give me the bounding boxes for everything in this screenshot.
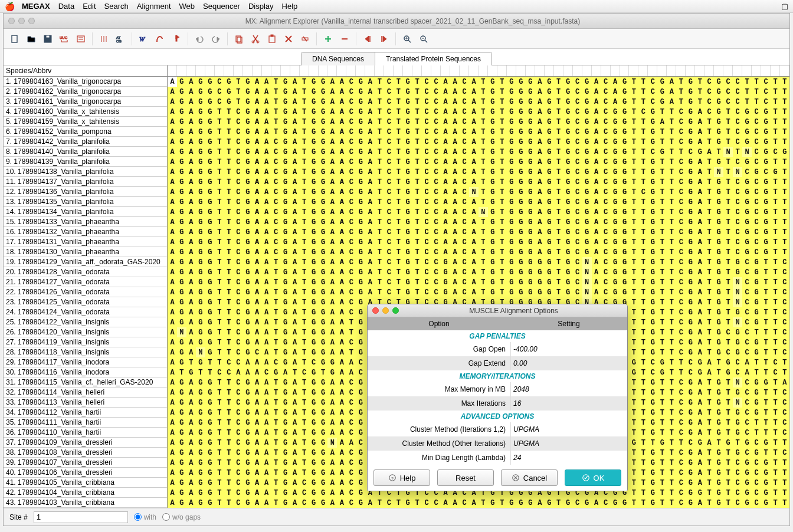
remove-sequence-button[interactable] — [337, 31, 352, 47]
dialog-close-icon[interactable] — [372, 307, 379, 314]
species-row[interactable]: 32. 1789804114_Vanilla_helleri — [4, 387, 167, 398]
translate-uuc-button[interactable]: UUC — [57, 31, 72, 47]
open-folder-button[interactable] — [24, 31, 39, 47]
lambda-value[interactable]: 24 — [510, 451, 627, 465]
menu-search[interactable]: Search — [104, 2, 129, 11]
reset-button[interactable]: Reset — [437, 469, 494, 486]
site-number-input[interactable] — [34, 511, 128, 523]
species-row[interactable]: 10. 1789804138_Vanilla_planifolia — [4, 167, 167, 177]
undo-button[interactable] — [192, 31, 207, 47]
zoom-out-button[interactable] — [416, 31, 431, 47]
sequence-row[interactable]: AGAGGTTCGAACGATGGAACGATCTGTCCAACATGTGGGA… — [168, 197, 789, 207]
species-header[interactable]: Species/Abbrv — [4, 65, 167, 77]
species-row[interactable]: 37. 1789804109_Vanilla_dressleri — [4, 438, 167, 448]
species-row[interactable]: 3. 1789804161_Vanilla_trigonocarpa — [4, 97, 167, 107]
tab-dna-sequences[interactable]: DNA Sequences — [302, 52, 375, 65]
sequence-row[interactable]: AGAGGTTCGAACGATGGAACGATCTGTCCAACATGTGGGA… — [168, 247, 789, 257]
sequence-row[interactable]: AGAGGTTCGAATGATGGAACGATCTGTCCAACATGTGGGA… — [168, 117, 789, 127]
gap-extend-value[interactable]: 0.00 — [510, 356, 627, 370]
close-icon[interactable] — [8, 18, 15, 24]
species-row[interactable]: 1. 1789804163_Vanilla_trigonocarpa — [4, 77, 167, 87]
species-row[interactable]: 14. 1789804134_Vanilla_planifolia — [4, 207, 167, 217]
sequence-row[interactable]: AGAGGTTCGAACGATGGAACGATCTGTCCAACATGTGGGA… — [168, 227, 789, 237]
species-row[interactable]: 33. 1789804113_Vanilla_helleri — [4, 398, 167, 408]
species-row[interactable]: 39. 1789804107_Vanilla_dressleri — [4, 458, 167, 468]
maximize-icon[interactable] — [28, 18, 35, 24]
mark-site-button[interactable] — [169, 31, 184, 47]
cluster2-value[interactable]: UPGMA — [510, 436, 627, 451]
align-marked-button[interactable] — [96, 31, 112, 47]
sequence-row[interactable]: AGAGGTTCGAACGATGGAACGATCTGTCCAACNTGTGGGA… — [168, 187, 789, 197]
species-row[interactable]: 19. 1789804129_Vanilla_aff._odorata_GAS-… — [4, 257, 167, 267]
species-row[interactable]: 42. 1789804104_Vanilla_cribbiana — [4, 488, 167, 498]
save-button[interactable] — [40, 31, 55, 47]
species-row[interactable]: 29. 1789804117_Vanilla_inodora — [4, 357, 167, 367]
add-sequence-button[interactable] — [320, 31, 336, 47]
species-row[interactable]: 12. 1789804136_Vanilla_planifolia — [4, 187, 167, 197]
species-row[interactable]: 18. 1789804130_Vanilla_phaeantha — [4, 247, 167, 257]
menu-edit[interactable]: Edit — [83, 2, 96, 11]
species-row[interactable]: 21. 1789804127_Vanilla_odorata — [4, 277, 167, 287]
species-row[interactable]: 30. 1789804116_Vanilla_inodora — [4, 367, 167, 377]
help-button[interactable]: ?Help — [373, 469, 430, 486]
species-row[interactable]: 26. 1789804120_Vanilla_insignis — [4, 327, 167, 337]
species-row[interactable]: 40. 1789804106_Vanilla_dressleri — [4, 468, 167, 478]
sequence-row[interactable]: AGAGGCGTGAATGATGGAACGATCTGTCCAACATGTGGGA… — [168, 97, 789, 107]
sequence-row[interactable]: AGAGGTTCGAACGATGGAACGATCTGTCCAACATGTGGGA… — [168, 157, 789, 167]
species-row[interactable]: 31. 1789804115_Vanilla_cf._helleri_GAS-2… — [4, 377, 167, 387]
sequence-row[interactable]: AGAGGTTCGAACGATGGAACGATCTGTCCAACATGTGGGA… — [168, 237, 789, 247]
codon-button[interactable]: ATCG — [113, 31, 128, 47]
species-row[interactable]: 13. 1789804135_Vanilla_planifolia — [4, 197, 167, 207]
redo-button[interactable] — [208, 31, 224, 47]
species-row[interactable]: 24. 1789804124_Vanilla_odorata — [4, 307, 167, 317]
sequence-row[interactable]: AGAGGTTCGAATGACGGAACGATCTGTCCAACATGTGGGA… — [168, 498, 789, 508]
find-prev-button[interactable] — [360, 31, 375, 47]
tab-translated-protein[interactable]: Translated Protein Sequences — [375, 52, 491, 65]
species-row[interactable]: 34. 1789804112_Vanilla_hartii — [4, 408, 167, 418]
cluster1-value[interactable]: UPGMA — [510, 422, 627, 436]
menu-alignment[interactable]: Alignment — [137, 2, 171, 11]
ok-button[interactable]: OK — [565, 469, 621, 486]
species-row[interactable]: 15. 1789804133_Vanilla_phaeantha — [4, 217, 167, 227]
cancel-button[interactable]: Cancel — [501, 469, 558, 486]
species-row[interactable]: 2. 1789804162_Vanilla_trigonocarpa — [4, 87, 167, 97]
species-row[interactable]: 4. 1789804160_Vanilla_x_tahitensis — [4, 107, 167, 117]
species-row[interactable]: 22. 1789804126_Vanilla_odorata — [4, 287, 167, 297]
dialog-minimize-icon[interactable] — [382, 307, 389, 314]
maxmem-value[interactable]: 2048 — [510, 382, 627, 396]
copy-button[interactable] — [231, 31, 247, 47]
sequence-row[interactable]: AGAGGCGTGAATGATGGAACGATCTGTCCAACATGTGGGA… — [168, 87, 789, 97]
delete-button[interactable] — [281, 31, 296, 47]
sequence-row[interactable]: AGAGGTTCGAACGATGGAACGATCTGTCCAACANGTGGGA… — [168, 207, 789, 217]
clustal-align-button[interactable] — [152, 31, 168, 47]
sequence-row[interactable]: AGAGGTTCGAATGATGGAACGATCTGTCCGACATGTGGGG… — [168, 287, 789, 297]
species-row[interactable]: 36. 1789804110_Vanilla_hartii — [4, 428, 167, 438]
species-row[interactable]: 9. 1789804139_Vanilla_planifolia — [4, 157, 167, 167]
gap-open-value[interactable]: -400.00 — [510, 342, 627, 356]
paste-button[interactable] — [264, 31, 280, 47]
new-file-button[interactable] — [7, 31, 22, 47]
species-row[interactable]: 17. 1789804131_Vanilla_phaeantha — [4, 237, 167, 247]
species-row[interactable]: 6. 1789804152_Vanilla_pompona — [4, 127, 167, 137]
species-row[interactable]: 20. 1789804128_Vanilla_odorata — [4, 267, 167, 277]
species-row[interactable]: 23. 1789804125_Vanilla_odorata — [4, 297, 167, 307]
delete-gaps-button[interactable] — [297, 31, 313, 47]
sequence-row[interactable]: AGAGGTTCGAATGATGGAACGATCTGTCCAACATGTGGGA… — [168, 107, 789, 117]
species-row[interactable]: 5. 1789804159_Vanilla_x_tahitensis — [4, 117, 167, 127]
sequence-row[interactable]: AGAGGTTCGAATGATGGAACGATCTGTCCGACATGTGGGG… — [168, 277, 789, 287]
zoom-in-button[interactable] — [399, 31, 415, 47]
maxit-value[interactable]: 16 — [510, 396, 627, 411]
species-row[interactable]: 25. 1789804122_Vanilla_insignis — [4, 317, 167, 327]
sequence-row[interactable]: AGAGGTTCGAACGATGGAACGATCTGTCCAACATGTGGGA… — [168, 177, 789, 187]
sequence-row[interactable]: AGAGGTTCGAATGATGGAACGATCTGTCCGACATGTGGGG… — [168, 257, 789, 267]
with-gaps-radio[interactable]: with — [134, 513, 156, 521]
species-row[interactable]: 35. 1789804111_Vanilla_hartii — [4, 418, 167, 428]
sequence-row[interactable]: AGAGGTTCGAATGATGGAACGATCTGTCCGACATGTGGGG… — [168, 267, 789, 277]
species-row[interactable]: 38. 1789804108_Vanilla_dressleri — [4, 448, 167, 458]
sequence-row[interactable]: AGAGGCGTGAATGATGGAACGATCTGTCCAACATGTGGGA… — [168, 77, 789, 87]
species-row[interactable]: 27. 1789804119_Vanilla_insignis — [4, 337, 167, 347]
menu-data[interactable]: Data — [58, 2, 74, 11]
minimize-icon[interactable] — [18, 18, 25, 24]
species-row[interactable]: 43. 1789804103_Vanilla_cribbiana — [4, 498, 167, 508]
menu-display[interactable]: Display — [248, 2, 274, 11]
